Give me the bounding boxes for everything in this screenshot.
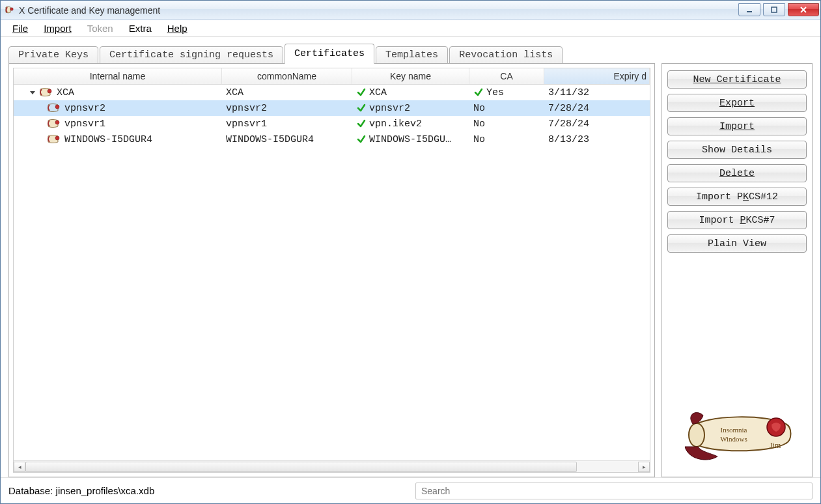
tab-private-keys[interactable]: Private Keys [8,46,98,64]
cell-ca: No [469,100,544,116]
cell-expiry: 3/11/32 [544,85,650,100]
svg-point-4 [55,105,59,109]
statusbar: Database: jinsen_profiles\xca.xdb [1,477,820,503]
show-details-button[interactable]: Show Details [667,141,807,159]
svg-text:Jim: Jim [770,441,781,450]
expander-icon[interactable] [29,89,36,96]
svg-point-7 [689,423,704,447]
menu-extra[interactable]: Extra [122,21,158,35]
cell-key-name: XCA [352,85,469,100]
export-button[interactable]: Export [667,94,807,112]
svg-text:Insomnia: Insomnia [721,426,747,434]
new-certificate-button[interactable]: New Certificate [667,70,807,89]
check-icon [356,87,367,98]
cell-common-name: WINDOWS-I5DGUR4 [222,132,352,147]
check-icon [356,119,367,129]
cell-ca: No [469,132,544,147]
svg-point-3 [48,89,51,93]
certificate-icon [46,103,61,113]
certificate-icon [46,134,61,145]
tab-csr[interactable]: Certificate signing requests [100,46,283,64]
menubar: File Import Token Extra Help [1,20,820,37]
search-input[interactable] [415,483,813,499]
svg-point-6 [55,136,59,140]
tab-revocation[interactable]: Revocation lists [449,46,563,64]
window-title: X Certificate and Key management [19,5,160,16]
scroll-left-button[interactable]: ◂ [14,462,25,472]
database-label: Database: jinsen_profiles\xca.xdb [8,485,154,496]
svg-point-5 [55,120,59,124]
app-icon [5,5,15,16]
certificates-table: Internal name commonName Key name CA Exp… [13,68,650,473]
cell-ca: Yes [469,85,544,100]
main-window: X Certificate and Key management File Im… [0,0,821,504]
svg-text:Windows: Windows [720,435,747,443]
svg-rect-1 [747,11,752,12]
cell-common-name: XCA [222,85,352,100]
import-pkcs7-button[interactable]: Import PKCS#7 [667,211,807,229]
table-row[interactable]: vpnsvr2vpnsvr2vpnsvr2No7/28/24 [14,100,650,116]
tabstrip: Private Keys Certificate signing request… [8,44,813,64]
cell-common-name: vpnsvr2 [222,100,352,116]
col-internal-name[interactable]: Internal name [14,68,222,84]
svg-point-0 [10,7,13,10]
col-expiry[interactable]: Expiry d [544,68,650,84]
horizontal-scrollbar[interactable]: ◂ ▸ [14,460,650,472]
tab-certificates[interactable]: Certificates [285,44,374,64]
cell-common-name: vpnsvr1 [222,116,352,132]
table-row[interactable]: vpnsvr1vpnsvr1vpn.ikev2No7/28/24 [14,116,650,132]
scroll-thumb[interactable] [25,462,577,472]
minimize-button[interactable] [738,3,760,16]
plain-view-button[interactable]: Plain View [667,234,807,253]
cell-key-name: WINDOWS-I5DGU… [352,132,469,147]
cell-internal-name: WINDOWS-I5DGUR4 [64,134,152,145]
titlebar: X Certificate and Key management [1,1,820,20]
table-header: Internal name commonName Key name CA Exp… [14,68,650,85]
menu-import[interactable]: Import [37,21,78,35]
menu-token: Token [81,21,120,35]
table-row[interactable]: WINDOWS-I5DGUR4WINDOWS-I5DGUR4WINDOWS-I5… [14,132,650,147]
cell-expiry: 8/13/23 [544,132,650,147]
cell-key-name: vpnsvr2 [352,100,469,116]
svg-rect-2 [772,7,777,12]
certificates-pane: Internal name commonName Key name CA Exp… [8,63,655,477]
certificate-icon [46,119,61,129]
import-button[interactable]: Import [667,117,807,135]
col-key-name[interactable]: Key name [352,68,469,84]
close-button[interactable] [788,3,819,16]
check-icon [356,103,367,113]
tab-templates[interactable]: Templates [376,46,448,64]
client-area: Private Keys Certificate signing request… [1,37,820,477]
check-icon [473,87,484,98]
check-icon [356,134,367,145]
scroll-logo-icon: Insomnia Windows Jim [672,401,802,466]
cell-internal-name: vpnsvr1 [64,119,105,130]
scroll-right-button[interactable]: ▸ [638,462,650,472]
button-pane: New Certificate Export Import Show Detai… [661,63,813,477]
table-body: XCAXCAXCAYes3/11/32 vpnsvr2vpnsvr2vpnsvr… [14,85,650,460]
cell-expiry: 7/28/24 [544,116,650,132]
cell-ca: No [469,116,544,132]
import-pkcs12-button[interactable]: Import PKCS#12 [667,188,807,206]
cell-internal-name: vpnsvr2 [64,103,105,114]
col-ca[interactable]: CA [469,68,544,84]
maximize-button[interactable] [763,3,785,16]
logo-area: Insomnia Windows Jim [667,258,807,470]
delete-button[interactable]: Delete [667,164,807,182]
menu-help[interactable]: Help [161,21,194,35]
menu-file[interactable]: File [6,21,35,35]
table-row[interactable]: XCAXCAXCAYes3/11/32 [14,85,650,100]
certificate-icon [38,87,53,98]
cell-key-name: vpn.ikev2 [352,116,469,132]
cell-expiry: 7/28/24 [544,100,650,116]
cell-internal-name: XCA [57,87,74,98]
col-common-name[interactable]: commonName [222,68,352,84]
